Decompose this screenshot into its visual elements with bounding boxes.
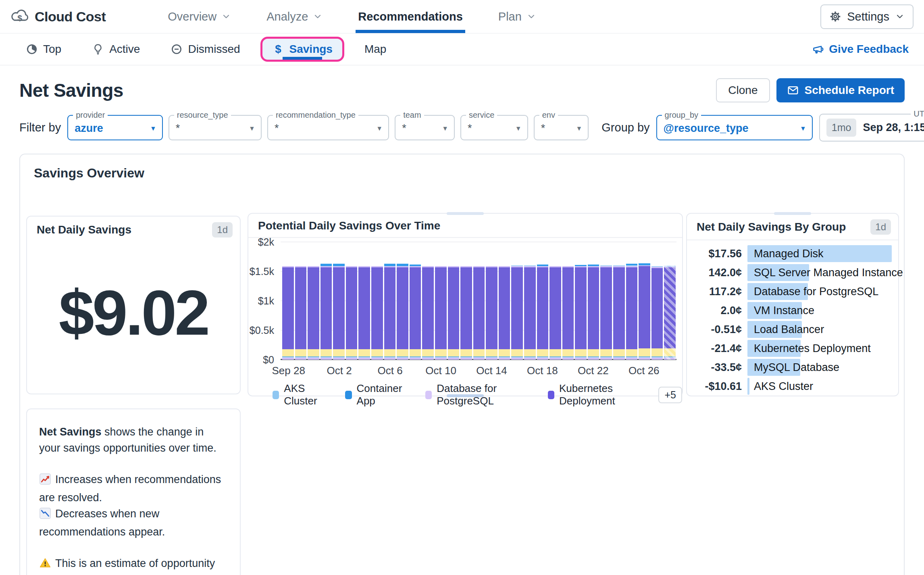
- chart-bar-oct-22[interactable]: [588, 265, 599, 360]
- chart-bar-oct-7[interactable]: [397, 264, 408, 360]
- group-label: MySQL Database: [754, 361, 839, 374]
- chart-bar-oct-21[interactable]: [575, 265, 587, 360]
- give-feedback-link[interactable]: Give Feedback: [812, 43, 909, 56]
- page-title: Net Savings: [19, 79, 123, 101]
- chart-bar-oct-27[interactable]: [651, 266, 663, 360]
- chart-bar-oct-8[interactable]: [410, 265, 421, 360]
- chart-bar-sep-28[interactable]: [282, 266, 294, 360]
- tab-savings[interactable]: $Savings: [260, 37, 344, 62]
- legend-aks-cluster[interactable]: AKS Cluster: [273, 382, 328, 407]
- brand-name: Cloud Cost: [35, 9, 106, 25]
- chart-bar-oct-3[interactable]: [346, 266, 358, 360]
- segment-other-5-groups: [308, 349, 319, 356]
- group-row-aks-cluster[interactable]: -$10.61AKS Cluster: [687, 377, 898, 396]
- dismiss-circle-icon: [171, 43, 183, 55]
- tab-dismissed[interactable]: Dismissed: [160, 38, 250, 60]
- segment-database-for-postgresql-base: [282, 358, 294, 360]
- legend-kubernetes-deployment[interactable]: Kubernetes Deployment: [548, 382, 647, 407]
- group-row-managed-disk[interactable]: $17.56Managed Disk: [687, 244, 898, 263]
- chart-bar-oct-5[interactable]: [371, 266, 383, 360]
- filter-service[interactable]: service*service▼: [460, 115, 528, 140]
- tab-active[interactable]: Active: [81, 38, 150, 60]
- nav-item-overview[interactable]: Overview: [150, 0, 249, 33]
- field-value: *: [468, 122, 472, 135]
- nav-item-plan[interactable]: Plan: [481, 0, 554, 33]
- date-range-picker[interactable]: UTC-07:00 1mo Sep 28, 1:15 pm – Oct 28, …: [819, 114, 924, 142]
- chart-bar-oct-20[interactable]: [562, 266, 574, 360]
- field-value: *: [176, 122, 180, 135]
- filter-team[interactable]: team*team▼: [395, 115, 455, 140]
- legend-label: AKS Cluster: [284, 382, 328, 407]
- chart-bar-oct-14[interactable]: [486, 266, 497, 360]
- chart-bar-oct-12[interactable]: [460, 266, 472, 360]
- chart-bar-oct-18[interactable]: [537, 265, 549, 360]
- net-daily-savings-value: $9.02: [27, 276, 240, 349]
- chart-bar-oct-26[interactable]: [639, 263, 650, 360]
- chart-bar-sep-29[interactable]: [295, 266, 307, 360]
- segment-database-for-postgresql-top: [664, 267, 676, 268]
- group-row-mysql-database[interactable]: -33.5¢MySQL Database: [687, 358, 898, 377]
- segment-kubernetes-deployment: [537, 267, 549, 350]
- group-row-kubernetes-deployment[interactable]: -21.4¢Kubernetes Deployment: [687, 339, 898, 358]
- group-row-database-for-postgresql[interactable]: 117.2¢Database for PostgreSQL: [687, 282, 898, 301]
- tab-map[interactable]: Map: [354, 38, 397, 60]
- segment-other-5-groups: [397, 349, 408, 356]
- nav-item-analyze[interactable]: Analyze: [249, 0, 340, 33]
- segment-other-5-groups: [358, 349, 370, 356]
- chart-bar-oct-1[interactable]: [320, 264, 332, 360]
- filter-resource-type[interactable]: resource_type*resource_type▼: [169, 115, 262, 140]
- filter-recommendation-type[interactable]: recommendation_type*recommendation_type▼: [267, 115, 389, 140]
- legend-container-app[interactable]: Container App: [345, 382, 408, 407]
- card-title: Net Daily Savings By Group: [697, 221, 846, 233]
- chart-bar-oct-15[interactable]: [499, 266, 510, 360]
- dropdown-arrow-icon: ▼: [570, 125, 582, 132]
- segment-kubernetes-deployment: [511, 267, 523, 350]
- y-axis-label: $1.5k: [248, 265, 274, 277]
- drag-handle[interactable]: [774, 212, 811, 215]
- granularity-badge: 1d: [212, 222, 233, 237]
- segment-kubernetes-deployment: [664, 267, 676, 348]
- group-row-load-balancer[interactable]: -0.51¢Load Balancer: [687, 320, 898, 339]
- filter-provider[interactable]: providerazureprovider▼: [67, 115, 163, 140]
- divider: [687, 240, 898, 240]
- chart-bar-oct-13[interactable]: [473, 266, 485, 360]
- chart-bar-sep-30[interactable]: [308, 266, 319, 360]
- schedule-report-button[interactable]: Schedule Report: [776, 78, 905, 102]
- group-row-sql-server-managed-instance[interactable]: 142.0¢SQL Server Managed Instance: [687, 263, 898, 282]
- chart-bar-oct-23[interactable]: [600, 265, 612, 360]
- dropdown-arrow-icon: ▼: [144, 125, 156, 132]
- chart-bar-oct-28[interactable]: [664, 266, 676, 360]
- segment-other-5-groups: [371, 349, 383, 356]
- filter-env[interactable]: env*env▼: [534, 115, 589, 140]
- legend-overflow-button[interactable]: +5: [658, 387, 682, 403]
- tab-top[interactable]: Top: [15, 38, 72, 60]
- group-row-vm-instance[interactable]: 2.0¢VM Instance: [687, 301, 898, 320]
- segment-kubernetes-deployment: [549, 267, 561, 350]
- chart-bar-oct-2[interactable]: [333, 264, 345, 360]
- nav-item-recommendations[interactable]: Recommendations: [340, 0, 480, 33]
- settings-button[interactable]: Settings: [820, 4, 914, 29]
- chart-bar-oct-10[interactable]: [435, 266, 447, 360]
- dropdown-arrow-icon: ▼: [436, 125, 448, 132]
- chart-bar-oct-6[interactable]: [384, 264, 396, 360]
- chart-bar-oct-11[interactable]: [448, 266, 460, 360]
- chart-bar-oct-25[interactable]: [626, 264, 638, 360]
- clone-button[interactable]: Clone: [716, 78, 770, 102]
- description-bullet: Increases when recommendations are resol…: [39, 471, 228, 506]
- legend-swatch: [548, 391, 554, 399]
- chart-bar-oct-4[interactable]: [358, 266, 370, 360]
- segment-database-for-postgresql-base: [448, 358, 460, 360]
- segment-other-5-groups: [473, 349, 485, 356]
- chart-bar-oct-19[interactable]: [549, 266, 561, 360]
- chart-bar-oct-16[interactable]: [511, 265, 523, 360]
- chart-bar-oct-17[interactable]: [524, 265, 536, 360]
- segment-other-5-groups: [282, 349, 294, 356]
- chart-bar-oct-9[interactable]: [422, 266, 434, 360]
- group-label: SQL Server Managed Instance: [754, 267, 903, 279]
- drag-handle[interactable]: [447, 212, 484, 215]
- group-by-select[interactable]: group_by@resource_typegroup_by▼: [656, 115, 813, 140]
- drag-handle[interactable]: [447, 394, 484, 397]
- bars-container: [282, 242, 676, 360]
- segment-database-for-postgresql-base: [320, 358, 332, 360]
- chart-bar-oct-24[interactable]: [613, 265, 625, 360]
